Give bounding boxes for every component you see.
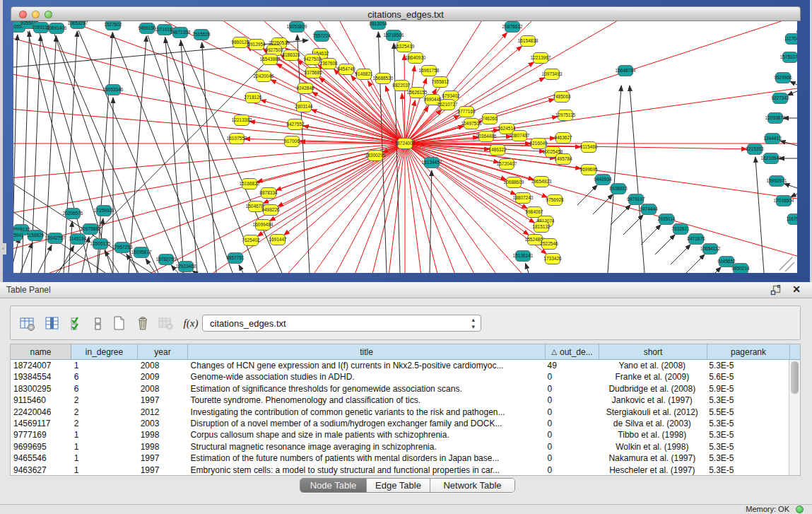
cell-out_de[interactable]: 0 <box>545 371 599 382</box>
delete-columns-button[interactable] <box>132 313 153 334</box>
cell-title[interactable]: Changes of HCN gene expression and I(f) … <box>188 360 545 371</box>
table-row[interactable]: 946554611997Estimation of the future num… <box>11 452 789 464</box>
network-canvas[interactable]: 1872400798601288912954222605389927503165… <box>13 21 797 273</box>
cell-year[interactable]: 1997 <box>138 395 188 406</box>
cell-year[interactable]: 2009 <box>138 371 188 382</box>
cell-short[interactable]: Dudbridge et al. (2008) <box>598 383 706 395</box>
cell-title[interactable]: Tourette syndrome. Phenomenology and cla… <box>188 395 545 406</box>
table-row[interactable]: 969969511998Structural magnetic resonanc… <box>11 441 789 452</box>
cell-out_de[interactable]: 0 <box>545 452 599 464</box>
cell-in_degree[interactable]: 1 <box>71 441 138 452</box>
show-columns-button[interactable] <box>41 313 62 334</box>
table-selector-dropdown[interactable]: citations_edges.txt ▴▾ <box>202 315 481 332</box>
cell-title[interactable]: Estimation of the future numbers of pati… <box>188 452 545 464</box>
tab-edge-table[interactable]: Edge Table <box>367 479 430 492</box>
cell-pagerank[interactable]: 5.3E-5 <box>706 465 789 475</box>
cell-year[interactable]: 1998 <box>138 441 188 452</box>
cell-out_de[interactable]: 0 <box>545 395 599 406</box>
cell-out_de[interactable]: 0 <box>545 465 599 475</box>
cell-title[interactable]: Investigating the contribution of common… <box>188 407 545 418</box>
tab-network-table[interactable]: Network Table <box>430 479 514 492</box>
cell-out_de[interactable]: 0 <box>545 383 599 395</box>
cell-title[interactable]: Genome-wide association studies in ADHD. <box>188 371 545 382</box>
table-row[interactable]: 1872400712008Changes of HCN gene express… <box>11 360 789 371</box>
cell-in_degree[interactable]: 1 <box>71 465 138 475</box>
cell-year[interactable]: 2008 <box>138 360 188 371</box>
column-header-year[interactable]: year <box>138 344 188 359</box>
column-header-in_degree[interactable]: in_degree <box>71 344 138 359</box>
function-builder-button[interactable]: f(x) <box>180 313 201 334</box>
column-header-title[interactable]: title <box>188 344 546 359</box>
cell-short[interactable]: Tibbo et al. (1998) <box>598 429 706 440</box>
cell-name[interactable]: 9699695 <box>11 441 71 452</box>
cell-in_degree[interactable]: 6 <box>71 371 138 382</box>
network-window-titlebar[interactable]: citations_edges.txt <box>11 6 801 21</box>
cell-title[interactable]: Estimation of significance thresholds fo… <box>188 383 545 395</box>
float-window-icon[interactable] <box>770 285 781 296</box>
column-header-pagerank[interactable]: pagerank <box>707 344 790 359</box>
table-body[interactable]: 1872400712008Changes of HCN gene express… <box>11 360 789 475</box>
memory-ok-indicator[interactable] <box>796 506 804 513</box>
cell-pagerank[interactable]: 5.3E-5 <box>706 441 789 452</box>
panel-collapse-handle[interactable]: ‹ <box>0 243 6 255</box>
cell-out_de[interactable]: 0 <box>545 441 599 452</box>
node-table[interactable]: namein_degreeyeartitle△out_de...shortpag… <box>10 344 801 476</box>
cell-short[interactable]: Jankovic et al. (1997) <box>598 395 706 406</box>
cell-in_degree[interactable]: 1 <box>71 429 138 440</box>
table-row[interactable]: 977716911998Corpus callosum shape and si… <box>11 429 789 440</box>
cell-pagerank[interactable]: 5.3E-5 <box>706 360 789 371</box>
cell-title[interactable]: Structural magnetic resonance image aver… <box>188 441 545 452</box>
cell-pagerank[interactable]: 5.3E-5 <box>706 429 789 440</box>
cell-short[interactable]: Franke et al. (2009) <box>598 371 706 382</box>
tab-node-table[interactable]: Node Table <box>300 479 367 492</box>
cell-in_degree[interactable]: 1 <box>71 452 138 464</box>
table-row[interactable]: 1830029562008Estimation of significance … <box>11 383 789 395</box>
cell-name[interactable]: 9777169 <box>11 429 71 440</box>
table-row[interactable]: 2242004622012Investigating the contribut… <box>11 407 789 418</box>
clear-selection-button[interactable] <box>87 313 108 334</box>
table-row[interactable]: 911546021997Tourette syndrome. Phenomeno… <box>11 395 789 406</box>
cell-year[interactable]: 1997 <box>138 465 188 475</box>
cell-year[interactable]: 2008 <box>138 383 188 395</box>
vertical-scrollbar[interactable] <box>789 360 800 475</box>
cell-out_de[interactable]: 0 <box>545 418 599 429</box>
new-column-button[interactable] <box>108 313 129 334</box>
cell-name[interactable]: 14569117 <box>11 418 71 429</box>
cell-short[interactable]: Yano et al. (2008) <box>598 360 706 371</box>
cell-in_degree[interactable]: 2 <box>71 407 138 418</box>
table-mode-button[interactable] <box>16 313 37 334</box>
column-header-short[interactable]: short <box>599 344 707 359</box>
cell-short[interactable]: Stergiakouli et al. (2012) <box>598 407 706 418</box>
column-header-name[interactable]: name <box>11 344 71 359</box>
cell-pagerank[interactable]: 5.3E-5 <box>706 452 789 464</box>
cell-pagerank[interactable]: 5.9E-5 <box>706 383 789 395</box>
cell-name[interactable]: 9463627 <box>11 465 71 475</box>
cell-short[interactable]: Hescheler et al. (1997) <box>598 465 706 475</box>
cell-title[interactable]: Disruption of a novel member of a sodium… <box>188 418 545 429</box>
cell-pagerank[interactable]: 5.3E-5 <box>706 395 789 406</box>
close-panel-icon[interactable]: ✕ <box>792 284 801 295</box>
cell-short[interactable]: de Silva et al. (2003) <box>598 418 706 429</box>
cell-name[interactable]: 9115460 <box>11 395 71 406</box>
cell-in_degree[interactable]: 2 <box>71 418 138 429</box>
select-all-button[interactable] <box>66 313 87 334</box>
network-graph-svg[interactable]: 1872400798601288912954222605389927503165… <box>13 21 797 273</box>
cell-in_degree[interactable]: 1 <box>71 360 138 371</box>
cell-year[interactable]: 2003 <box>138 418 188 429</box>
cell-in_degree[interactable]: 6 <box>71 383 138 395</box>
cell-pagerank[interactable]: 5.5E-5 <box>706 407 789 418</box>
table-row[interactable]: 1938455462009Genome-wide association stu… <box>11 371 789 382</box>
cell-name[interactable]: 18724007 <box>11 360 71 371</box>
cell-title[interactable]: Embryonic stem cells: a model to study s… <box>188 465 545 475</box>
cell-name[interactable]: 19384554 <box>11 371 71 382</box>
resize-grip-icon[interactable] <box>779 257 794 271</box>
table-row[interactable]: 946362711997Embryonic stem cells: a mode… <box>11 465 789 475</box>
cell-year[interactable]: 1997 <box>138 452 188 464</box>
cell-name[interactable]: 9465546 <box>11 452 71 464</box>
cell-out_de[interactable]: 49 <box>545 360 599 371</box>
column-header-out_de[interactable]: △out_de... <box>546 344 599 359</box>
scrollbar-thumb[interactable] <box>791 361 799 394</box>
cell-out_de[interactable]: 0 <box>545 407 599 418</box>
cell-name[interactable]: 18300295 <box>11 383 71 395</box>
table-row[interactable]: 1456911722003Disruption of a novel membe… <box>11 418 789 429</box>
